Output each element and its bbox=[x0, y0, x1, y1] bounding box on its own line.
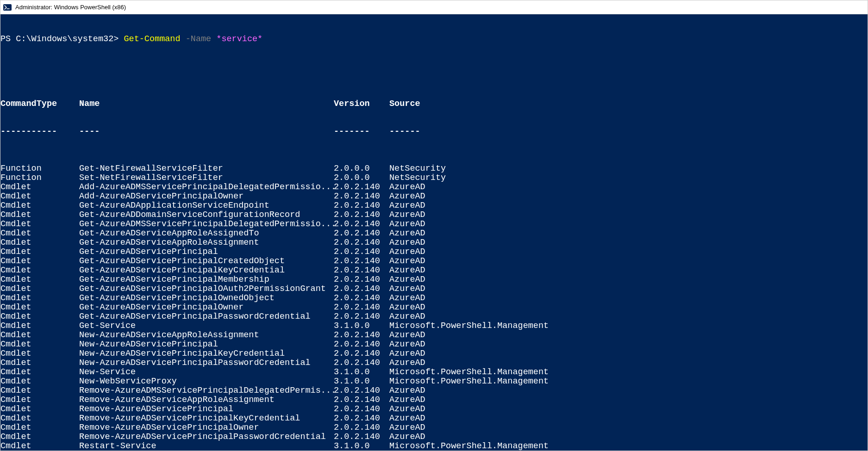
cell-version: 2.0.2.140 bbox=[334, 294, 389, 303]
table-row: CmdletGet-AzureADServicePrincipalMembers… bbox=[0, 275, 868, 284]
cell-source: Microsoft.PowerShell.Management bbox=[389, 377, 868, 386]
table-row: CmdletGet-AzureADServiceAppRoleAssignmen… bbox=[0, 238, 868, 247]
table-row: CmdletGet-AzureADServicePrincipalOAuth2P… bbox=[0, 284, 868, 294]
cell-source: AzureAD bbox=[389, 210, 868, 220]
cell-version: 2.0.2.140 bbox=[334, 201, 389, 210]
cell-source: Microsoft.PowerShell.Management bbox=[389, 368, 868, 377]
table-row: CmdletNew-Service3.1.0.0Microsoft.PowerS… bbox=[0, 368, 868, 377]
table-row: CmdletRemove-AzureADServicePrincipalOwne… bbox=[0, 423, 868, 432]
prompt-path: PS C:\Windows\system32> bbox=[0, 34, 124, 44]
cell-version: 3.1.0.0 bbox=[334, 368, 389, 377]
cell-name: Remove-AzureADServicePrincipalOwner bbox=[79, 423, 334, 432]
cell-source: AzureAD bbox=[389, 257, 868, 266]
cell-source: AzureAD bbox=[389, 229, 868, 238]
cell-commandtype: Cmdlet bbox=[0, 294, 79, 303]
cell-name: Remove-AzureADServicePrincipalKeyCredent… bbox=[79, 414, 334, 423]
cell-version: 2.0.2.140 bbox=[334, 284, 389, 294]
cell-version: 2.0.2.140 bbox=[334, 238, 389, 247]
cell-name: Get-AzureADDomainServiceConfigurationRec… bbox=[79, 210, 334, 220]
cell-version: 2.0.2.140 bbox=[334, 340, 389, 349]
table-row: CmdletGet-AzureADServiceAppRoleAssignedT… bbox=[0, 229, 868, 238]
cell-source: AzureAD bbox=[389, 312, 868, 321]
cell-source: AzureAD bbox=[389, 358, 868, 368]
cell-commandtype: Cmdlet bbox=[0, 386, 79, 395]
cell-name: New-AzureADServiceAppRoleAssignment bbox=[79, 331, 334, 340]
cell-source: NetSecurity bbox=[389, 164, 868, 173]
cell-commandtype: Cmdlet bbox=[0, 257, 79, 266]
table-row: CmdletRemove-AzureADMSServicePrincipalDe… bbox=[0, 386, 868, 395]
table-row: FunctionSet-NetFirewallServiceFilter2.0.… bbox=[0, 173, 868, 183]
cell-commandtype: Cmdlet bbox=[0, 414, 79, 423]
cell-commandtype: Cmdlet bbox=[0, 405, 79, 414]
header-source: Source bbox=[389, 99, 868, 109]
header-commandtype: CommandType bbox=[0, 99, 79, 109]
cell-version: 2.0.2.140 bbox=[334, 358, 389, 368]
table-row: CmdletGet-AzureADApplicationServiceEndpo… bbox=[0, 201, 868, 210]
cell-source: AzureAD bbox=[389, 386, 868, 395]
cell-name: Get-AzureADServicePrincipalPasswordCrede… bbox=[79, 312, 334, 321]
underline-commandtype: ----------- bbox=[0, 127, 79, 136]
cell-commandtype: Cmdlet bbox=[0, 210, 79, 220]
cell-commandtype: Cmdlet bbox=[0, 312, 79, 321]
cell-name: New-AzureADServicePrincipalKeyCredential bbox=[79, 349, 334, 358]
cell-version: 2.0.2.140 bbox=[334, 395, 389, 405]
cell-name: New-Service bbox=[79, 368, 334, 377]
table-row: CmdletNew-WebServiceProxy3.1.0.0Microsof… bbox=[0, 377, 868, 386]
cell-version: 3.1.0.0 bbox=[334, 442, 389, 451]
cell-source: AzureAD bbox=[389, 340, 868, 349]
cell-version: 2.0.2.140 bbox=[334, 349, 389, 358]
cell-commandtype: Cmdlet bbox=[0, 266, 79, 275]
cell-name: Get-AzureADServicePrincipalKeyCredential bbox=[79, 266, 334, 275]
cell-commandtype: Cmdlet bbox=[0, 395, 79, 405]
cell-source: NetSecurity bbox=[389, 173, 868, 183]
titlebar[interactable]: Administrator: Windows PowerShell (x86) bbox=[0, 0, 868, 14]
cell-version: 2.0.0.0 bbox=[334, 173, 389, 183]
cell-version: 2.0.2.140 bbox=[334, 414, 389, 423]
cell-version: 2.0.2.140 bbox=[334, 312, 389, 321]
cell-commandtype: Cmdlet bbox=[0, 201, 79, 210]
cell-version: 2.0.2.140 bbox=[334, 303, 389, 312]
cell-commandtype: Cmdlet bbox=[0, 442, 79, 451]
cell-source: AzureAD bbox=[389, 266, 868, 275]
cell-commandtype: Cmdlet bbox=[0, 238, 79, 247]
cell-commandtype: Cmdlet bbox=[0, 321, 79, 331]
cell-version: 2.0.2.140 bbox=[334, 192, 389, 201]
terminal-area[interactable]: PS C:\Windows\system32> Get-Command -Nam… bbox=[0, 14, 868, 451]
cell-source: AzureAD bbox=[389, 284, 868, 294]
cell-name: Get-NetFirewallServiceFilter bbox=[79, 164, 334, 173]
cell-name: Get-Service bbox=[79, 321, 334, 331]
cell-name: Get-AzureADServicePrincipalCreatedObject bbox=[79, 257, 334, 266]
table-row: CmdletAdd-AzureADMSServicePrincipalDeleg… bbox=[0, 183, 868, 192]
cell-commandtype: Cmdlet bbox=[0, 377, 79, 386]
cell-source: AzureAD bbox=[389, 294, 868, 303]
table-row: CmdletGet-AzureADMSServicePrincipalDeleg… bbox=[0, 220, 868, 229]
cell-source: AzureAD bbox=[389, 192, 868, 201]
cell-commandtype: Cmdlet bbox=[0, 183, 79, 192]
cell-name: Get-AzureADServiceAppRoleAssignedTo bbox=[79, 229, 334, 238]
table-row: CmdletGet-Service3.1.0.0Microsoft.PowerS… bbox=[0, 321, 868, 331]
table-underline-row: ----------- ---- ------- ------ bbox=[0, 127, 868, 136]
cell-source: AzureAD bbox=[389, 395, 868, 405]
table-row: CmdletRestart-Service3.1.0.0Microsoft.Po… bbox=[0, 442, 868, 451]
cell-commandtype: Cmdlet bbox=[0, 247, 79, 257]
cell-name: New-WebServiceProxy bbox=[79, 377, 334, 386]
table-row: CmdletNew-AzureADServiceAppRoleAssignmen… bbox=[0, 331, 868, 340]
table-row: CmdletGet-AzureADServicePrincipalPasswor… bbox=[0, 312, 868, 321]
cell-source: AzureAD bbox=[389, 220, 868, 229]
cell-name: Add-AzureADServicePrincipalOwner bbox=[79, 192, 334, 201]
cell-commandtype: Function bbox=[0, 164, 79, 173]
cell-source: AzureAD bbox=[389, 331, 868, 340]
header-version: Version bbox=[334, 99, 389, 109]
cell-name: Remove-AzureADServicePrincipalPasswordCr… bbox=[79, 432, 334, 442]
cell-source: Microsoft.PowerShell.Management bbox=[389, 321, 868, 331]
table-row: FunctionGet-NetFirewallServiceFilter2.0.… bbox=[0, 164, 868, 173]
table-row: CmdletNew-AzureADServicePrincipalKeyCred… bbox=[0, 349, 868, 358]
powershell-window: Administrator: Windows PowerShell (x86) … bbox=[0, 0, 868, 451]
cell-name: Get-AzureADServiceAppRoleAssignment bbox=[79, 238, 334, 247]
cell-name: Get-AzureADServicePrincipalMembership bbox=[79, 275, 334, 284]
cell-source: AzureAD bbox=[389, 414, 868, 423]
cell-source: AzureAD bbox=[389, 432, 868, 442]
cell-version: 2.0.2.140 bbox=[334, 331, 389, 340]
svg-rect-0 bbox=[3, 4, 12, 11]
cell-name: Remove-AzureADServiceAppRoleAssignment bbox=[79, 395, 334, 405]
